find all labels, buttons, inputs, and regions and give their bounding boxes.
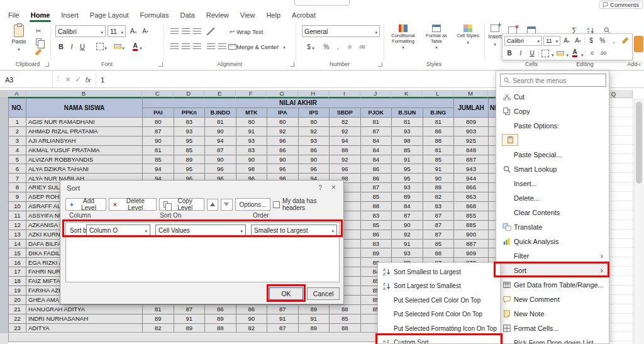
score-cell[interactable]: 89 <box>298 323 330 333</box>
row-number-cell[interactable]: 7 <box>9 174 26 183</box>
add-ins-icon[interactable] <box>634 36 643 52</box>
row-number-cell[interactable]: 4 <box>9 145 26 155</box>
submenu-item-sort-smallest-to-largest[interactable]: AZSort Smallest to Largest <box>378 265 500 279</box>
row-number-cell[interactable]: 6 <box>9 164 26 174</box>
student-name-cell[interactable]: ADITYA <box>26 323 143 333</box>
mini-italic-button[interactable]: I <box>516 48 526 58</box>
align-middle-icon[interactable] <box>180 26 191 36</box>
mini-font-name-combo[interactable]: Calibri <box>504 36 542 46</box>
jumlah-cell[interactable]: 863 <box>454 192 489 202</box>
row-number-cell[interactable]: 2 <box>9 126 26 136</box>
name-header[interactable]: NAMA SISWA <box>26 99 143 118</box>
orientation-icon[interactable] <box>205 26 216 36</box>
score-cell[interactable]: 88 <box>360 202 392 211</box>
italic-button[interactable]: I <box>66 42 77 52</box>
subject-header-sbdp[interactable]: SBDP <box>330 108 361 118</box>
score-cell[interactable]: 85 <box>360 192 392 202</box>
cancel-button[interactable]: Cancel <box>307 287 340 300</box>
score-cell[interactable]: 89 <box>423 183 454 192</box>
score-cell[interactable]: 96 <box>267 136 299 145</box>
score-cell[interactable]: 87 <box>423 220 454 230</box>
chevron-down-icon[interactable] <box>103 43 108 53</box>
score-cell[interactable]: 87 <box>360 126 392 136</box>
score-cell[interactable]: 92 <box>330 155 361 164</box>
font-dialog-launcher-icon[interactable] <box>158 62 163 67</box>
cell-styles-button[interactable]: Cell Styles <box>454 25 482 61</box>
score-cell[interactable]: 84 <box>360 155 392 164</box>
score-cell[interactable]: 91 <box>423 164 454 174</box>
row-header-gutter[interactable] <box>0 98 8 333</box>
row-header-gutter-lower[interactable] <box>0 333 8 344</box>
bold-button[interactable]: B <box>55 42 67 52</box>
column-header-d[interactable]: D <box>174 90 205 98</box>
score-cell[interactable]: 89 <box>360 248 392 258</box>
menu-tab-view[interactable]: View <box>235 9 261 22</box>
score-cell[interactable]: 86 <box>236 304 267 314</box>
score-cell[interactable]: 87 <box>423 211 454 220</box>
score-cell[interactable]: 81 <box>392 118 423 127</box>
row-number-cell[interactable]: 5 <box>9 155 26 164</box>
score-cell[interactable]: 96 <box>205 164 236 174</box>
score-cell[interactable]: 86 <box>423 126 454 136</box>
context-menu-item-cut[interactable]: Cut <box>496 89 609 104</box>
add-level-button[interactable]: Add Level <box>65 198 106 211</box>
paste-button[interactable]: Paste <box>8 25 30 52</box>
score-cell[interactable]: 84 <box>392 202 423 211</box>
score-cell[interactable]: 96 <box>298 164 330 174</box>
score-cell[interactable]: 83 <box>423 202 454 211</box>
score-cell[interactable]: 81 <box>205 118 236 127</box>
format-painter-icon[interactable] <box>33 47 44 57</box>
context-menu-item-insert[interactable]: Insert... <box>496 176 609 191</box>
score-cell[interactable]: 86 <box>360 174 392 183</box>
menu-search-box[interactable] <box>500 74 606 87</box>
score-cell[interactable]: 91 <box>174 314 205 323</box>
mini-bold-button[interactable]: B <box>504 48 514 58</box>
mini-comma-icon[interactable] <box>609 36 619 46</box>
score-cell[interactable]: 95 <box>174 164 205 174</box>
copy-level-button[interactable]: Copy Level <box>159 198 204 211</box>
score-cell[interactable]: 87 <box>423 230 454 239</box>
align-right-icon[interactable] <box>191 42 203 52</box>
row-number-cell[interactable]: 9 <box>9 192 26 202</box>
copy-icon[interactable] <box>33 36 44 47</box>
context-menu-item-paste-option[interactable] <box>496 133 609 147</box>
no-header[interactable]: NO. <box>9 99 26 118</box>
context-menu-item-copy[interactable]: Copy <box>496 104 609 118</box>
score-cell[interactable]: 81 <box>143 304 174 314</box>
score-cell[interactable]: 84 <box>360 145 392 155</box>
context-menu-item-format-cells[interactable]: Format Cells... <box>496 321 609 335</box>
jumlah-cell[interactable]: 885 <box>454 220 489 230</box>
move-up-button[interactable] <box>207 199 218 211</box>
row-number-cell[interactable]: 1 <box>9 118 26 127</box>
conditional-formatting-button[interactable]: Conditional Formatting <box>387 25 419 61</box>
jumlah-cell[interactable]: 887 <box>454 239 489 248</box>
row-number-cell[interactable]: 8 <box>9 183 26 192</box>
score-cell[interactable]: 90 <box>267 155 299 164</box>
score-cell[interactable]: 86 <box>267 145 299 155</box>
score-cell[interactable]: 82 <box>143 323 174 333</box>
mini-underline-button[interactable]: U <box>527 48 537 58</box>
row-number-cell[interactable]: 12 <box>9 220 26 230</box>
formula-input[interactable]: 1 <box>101 71 104 88</box>
align-top-icon[interactable] <box>169 26 180 36</box>
decrease-decimal-icon[interactable] <box>356 42 367 52</box>
jumlah-cell[interactable]: 943 <box>454 164 489 174</box>
jumlah-cell[interactable]: 868 <box>454 202 489 211</box>
titlebar-search[interactable] <box>294 0 350 6</box>
score-cell[interactable]: 95 <box>392 174 423 183</box>
menu-tab-data[interactable]: Data <box>174 9 200 22</box>
submenu-item-put-selected-font-color-on-top[interactable]: Put Selected Font Color On Top <box>378 308 500 322</box>
row-number-cell[interactable]: 10 <box>9 202 26 211</box>
mini-font-size-combo[interactable]: 11 <box>543 36 560 46</box>
alignment-dialog-launcher-icon[interactable] <box>290 62 294 67</box>
score-cell[interactable]: 81 <box>423 145 454 155</box>
mini-format-painter-icon[interactable] <box>620 36 630 46</box>
jumlah-cell[interactable]: 887 <box>454 155 489 164</box>
align-center-icon[interactable] <box>180 42 191 52</box>
sort-column-dropdown[interactable]: Column O <box>86 225 150 236</box>
align-left-icon[interactable] <box>169 42 180 52</box>
score-cell[interactable]: 83 <box>236 145 267 155</box>
column-header-i[interactable]: I <box>329 90 360 98</box>
grow-font-icon[interactable]: A <box>128 26 139 36</box>
select-all-corner[interactable] <box>0 90 8 98</box>
